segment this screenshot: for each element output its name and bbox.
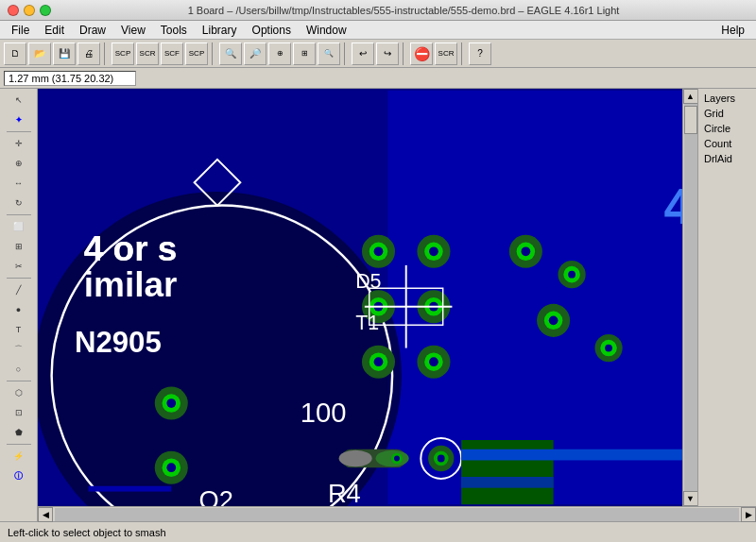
tb-sep5	[461, 42, 465, 65]
svg-point-65	[549, 315, 558, 325]
lt-ungroup[interactable]: ⊞	[6, 237, 32, 256]
lt-sep3	[7, 278, 31, 279]
tb-paste[interactable]: SCF	[161, 42, 183, 65]
lt-arc[interactable]: ⌒	[6, 340, 32, 359]
scroll-down-button[interactable]: ▼	[683, 491, 698, 506]
lt-polygon[interactable]: ⬟	[6, 423, 32, 442]
lt-split[interactable]: ✂	[6, 257, 32, 276]
lt-sep5	[7, 444, 31, 445]
right-panel: Layers Grid Circle Count DrlAid	[697, 89, 756, 506]
svg-point-62	[568, 271, 576, 279]
svg-text:imilar: imilar	[84, 264, 178, 304]
menu-tools[interactable]: Tools	[153, 21, 195, 39]
lt-junction[interactable]: ●	[6, 300, 32, 319]
svg-text:Q2: Q2	[199, 485, 233, 506]
lt-mirror[interactable]: ↔	[6, 174, 32, 193]
svg-text:R4: R4	[328, 479, 361, 506]
pcb-canvas[interactable]: 4 or s 4 or s imilar Q2 N2905	[38, 89, 682, 506]
tb-save[interactable]: 💾	[53, 42, 76, 65]
bottom-scrollbar: ◀ ▶	[38, 506, 756, 521]
layer-item-layers[interactable]: Layers	[700, 91, 754, 106]
layers-panel: Layers Grid Circle Count DrlAid	[698, 89, 756, 506]
menu-options[interactable]: Options	[245, 21, 299, 39]
tb-redo[interactable]: ↪	[376, 42, 399, 65]
coordinate-display[interactable]: 1.27 mm (31.75 20.32)	[4, 71, 136, 86]
lt-group[interactable]: ⬜	[6, 217, 32, 236]
menu-bar: File Edit Draw View Tools Library Option…	[0, 21, 756, 40]
menu-edit[interactable]: Edit	[37, 21, 72, 39]
menu-help[interactable]: Help	[713, 21, 752, 39]
lt-text[interactable]: T	[6, 320, 32, 339]
scroll-track-vertical[interactable]	[684, 104, 697, 491]
svg-rect-55	[461, 477, 553, 488]
window-controls	[8, 5, 51, 16]
layer-item-grid[interactable]: Grid	[700, 106, 754, 121]
tb-undo[interactable]: ↩	[352, 42, 374, 65]
minimize-button[interactable]	[24, 5, 35, 16]
layer-item-circle[interactable]: Circle	[700, 121, 754, 136]
layer-item-drlaid[interactable]: DrlAid	[700, 151, 754, 166]
tb-print[interactable]: 🖨	[77, 42, 100, 65]
scroll-right-button[interactable]: ▶	[741, 507, 756, 522]
lt-sep4	[7, 381, 31, 381]
status-text: Left-click to select object to smash	[8, 527, 166, 538]
scroll-thumb-vertical[interactable]	[684, 106, 697, 134]
lt-rotate[interactable]: ↻	[6, 194, 32, 212]
lt-move[interactable]: ✛	[6, 134, 32, 153]
window-title: 1 Board – /Users/billw/tmp/Instructables…	[59, 5, 748, 16]
tb-cut[interactable]: SCP	[112, 42, 134, 65]
status-bar: Left-click to select object to smash	[0, 521, 756, 542]
left-toolbar: ↖ ✦ ✛ ⊕ ↔ ↻ ⬜ ⊞ ✂ ╱ ● T ⌒ ○ ⬡ ⊡ ⬟ ⚡ ⓘ	[0, 89, 38, 521]
tb-open[interactable]: 📂	[28, 42, 51, 65]
tb-zoomin[interactable]: 🔍	[219, 42, 242, 65]
scroll-left-button[interactable]: ◀	[38, 507, 53, 522]
tb-stop[interactable]: ⛔	[410, 42, 433, 65]
tb-sep2	[212, 42, 215, 65]
menu-window[interactable]: Window	[299, 21, 354, 39]
tb-zoomfit[interactable]: ⊕	[268, 42, 291, 65]
lt-info[interactable]: ⓘ	[6, 466, 32, 485]
svg-point-44	[339, 450, 372, 467]
svg-rect-69	[89, 486, 172, 492]
svg-point-47	[394, 456, 400, 462]
tb-zoom2[interactable]: 🔍	[318, 42, 340, 65]
layer-item-count[interactable]: Count	[700, 136, 754, 151]
lt-select[interactable]: ↖	[6, 91, 32, 110]
menu-file[interactable]: File	[4, 21, 37, 39]
svg-text:T1: T1	[355, 312, 379, 334]
lt-circle[interactable]: ○	[6, 360, 32, 379]
svg-point-68	[605, 345, 612, 352]
main-area: ↖ ✦ ✛ ⊕ ↔ ↻ ⬜ ⊞ ✂ ╱ ● T ⌒ ○ ⬡ ⊡ ⬟ ⚡ ⓘ	[0, 89, 756, 521]
menu-library[interactable]: Library	[195, 21, 245, 39]
lt-drc[interactable]: ⚡	[6, 447, 32, 466]
scroll-up-button[interactable]: ▲	[683, 89, 698, 104]
menu-view[interactable]: View	[113, 21, 153, 39]
svg-point-52	[438, 455, 445, 463]
tb-new[interactable]: 🗋	[4, 42, 26, 65]
svg-text:N2905: N2905	[75, 326, 162, 359]
lt-sep1	[7, 131, 31, 132]
tb-sep4	[403, 42, 406, 65]
tb-zoomout[interactable]: 🔎	[244, 42, 266, 65]
menu-draw[interactable]: Draw	[72, 21, 113, 39]
svg-point-33	[374, 357, 384, 366]
tb-undo2[interactable]: SCP	[185, 42, 208, 65]
pcb-svg: 4 or s 4 or s imilar Q2 N2905	[38, 89, 682, 506]
lt-via[interactable]: ⬡	[6, 383, 32, 402]
lt-smash[interactable]: ✦	[6, 110, 32, 129]
tb-help[interactable]: ?	[469, 42, 491, 65]
close-button[interactable]	[8, 5, 19, 16]
toolbar: 🗋 📂 💾 🖨 SCP SCR SCF SCP 🔍 🔎 ⊕ ⊞ 🔍 ↩ ↪ ⛔ …	[0, 40, 756, 68]
tb-zoomsel[interactable]: ⊞	[293, 42, 316, 65]
lt-wire[interactable]: ╱	[6, 280, 32, 299]
lt-copy[interactable]: ⊕	[6, 154, 32, 173]
tb-copy[interactable]: SCR	[136, 42, 159, 65]
lt-sep2	[7, 214, 31, 215]
svg-point-59	[522, 246, 531, 256]
tb-script[interactable]: SCR	[435, 42, 457, 65]
lt-pad[interactable]: ⊡	[6, 403, 32, 422]
scroll-track-horizontal[interactable]	[55, 508, 739, 521]
maximize-button[interactable]	[40, 5, 51, 16]
svg-text:4 or s: 4 or s	[84, 229, 178, 268]
svg-point-10	[166, 398, 176, 408]
